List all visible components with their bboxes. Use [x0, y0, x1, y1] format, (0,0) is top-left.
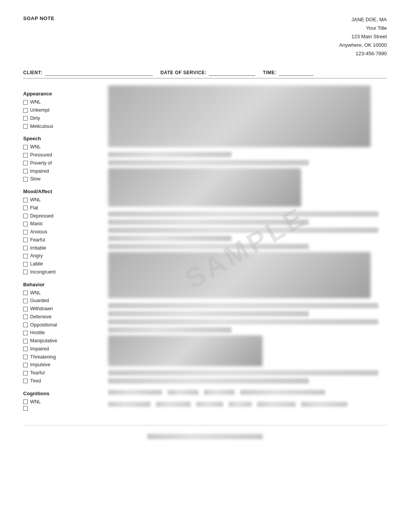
checkbox-fearful[interactable]: [23, 238, 28, 242]
section-title-mood: Mood/Affect: [23, 189, 100, 194]
checkbox-wnl-mood[interactable]: [23, 198, 28, 202]
blurred-line-2: [108, 160, 309, 165]
cognitions-list: WNL: [23, 398, 100, 411]
section-title-speech: Speech: [23, 136, 100, 141]
client-row: CLIENT: DATE OF SERVICE: TIME:: [23, 70, 387, 78]
list-item: Manic: [23, 220, 100, 228]
list-item: Unkempt: [23, 106, 100, 114]
checkbox-tired[interactable]: [23, 379, 28, 383]
checkbox-wnl-behavior[interactable]: [23, 291, 28, 295]
checkbox-angry[interactable]: [23, 254, 28, 258]
header: SOAP NOTE JANE DOE, MA Your Title 123 Ma…: [23, 15, 387, 58]
checkbox-flat[interactable]: [23, 206, 28, 210]
blurred-line-10: [108, 319, 378, 325]
checkbox-impulsive[interactable]: [23, 363, 28, 367]
list-item: Slow: [23, 175, 100, 183]
checkbox-tearful[interactable]: [23, 371, 28, 376]
list-item: Pressured: [23, 151, 100, 159]
list-item: Impaired: [23, 167, 100, 175]
blurred-line-9: [108, 311, 309, 316]
checkbox-incongruent[interactable]: [23, 270, 28, 274]
blurred-line-5: [108, 228, 378, 233]
checkbox-labile[interactable]: [23, 262, 28, 267]
time-input[interactable]: [279, 70, 313, 76]
checkbox-manic[interactable]: [23, 222, 28, 226]
checkbox-defensive[interactable]: [23, 314, 28, 319]
time-label: TIME:: [263, 70, 276, 75]
provider-name: JANE DOE, MA: [339, 15, 387, 24]
date-input[interactable]: [209, 70, 255, 76]
right-content: SAMPLE: [104, 85, 387, 410]
blurred-footer-field-10: [301, 402, 347, 407]
checkbox-impaired-speech[interactable]: [23, 169, 28, 173]
blurred-footer-field-5: [108, 402, 151, 407]
blurred-line-13: [108, 378, 309, 384]
list-item: Anxious: [23, 228, 100, 236]
behavior-list: WNL Guarded Withdrawn Defensive Oppositi…: [23, 289, 100, 385]
list-item: [23, 406, 100, 411]
client-label: CLIENT:: [23, 70, 42, 75]
list-item: Tearful: [23, 369, 100, 377]
list-item: WNL: [23, 398, 100, 406]
checkbox-poverty-of[interactable]: [23, 161, 28, 165]
list-item: WNL: [23, 98, 100, 106]
list-item: Dirty: [23, 114, 100, 122]
blurred-image-1: [108, 85, 371, 147]
checkbox-oppositional[interactable]: [23, 323, 28, 327]
list-item: Poverty of: [23, 159, 100, 167]
checkbox-unkempt[interactable]: [23, 108, 28, 113]
soap-note-label: SOAP NOTE: [23, 15, 54, 21]
checkbox-hostile[interactable]: [23, 331, 28, 335]
blurred-footer-field-2: [168, 390, 198, 395]
speech-list: WNL Pressured Poverty of Impaired Slow: [23, 143, 100, 183]
bottom-blurred-line: [147, 434, 263, 439]
checkbox-meticulous[interactable]: [23, 124, 28, 129]
checkbox-withdrawn[interactable]: [23, 307, 28, 311]
list-item: Guarded: [23, 297, 100, 305]
list-item: WNL: [23, 196, 100, 204]
blurred-footer-field-1: [108, 390, 162, 395]
list-item: WNL: [23, 143, 100, 151]
checkbox-pressured[interactable]: [23, 153, 28, 158]
time-field-group: TIME:: [263, 70, 313, 76]
bottom-area: [23, 425, 387, 439]
blurred-line-1: [108, 152, 232, 157]
provider-info: JANE DOE, MA Your Title 123 Main Street …: [339, 15, 387, 58]
section-title-cognitions: Cognitions: [23, 391, 100, 396]
blurred-image-2: [108, 168, 301, 207]
blurred-footer-field-9: [257, 402, 296, 407]
checkbox-wnl-cognitions[interactable]: [23, 399, 28, 404]
main-content: Appearance WNL Unkempt Dirty Meticulous …: [23, 85, 387, 413]
provider-address: 123 Main Street: [339, 32, 387, 41]
appearance-list: WNL Unkempt Dirty Meticulous: [23, 98, 100, 130]
blurred-footer-field-8: [229, 402, 252, 407]
client-input[interactable]: [45, 70, 153, 76]
section-title-appearance: Appearance: [23, 91, 100, 97]
blurred-line-6: [108, 236, 232, 241]
checkbox-slow[interactable]: [23, 177, 28, 182]
checkbox-wnl-speech[interactable]: [23, 145, 28, 150]
checkbox-irritable[interactable]: [23, 246, 28, 250]
blurred-footer-row-1: [108, 390, 387, 398]
list-item: Angry: [23, 252, 100, 260]
list-item: WNL: [23, 289, 100, 297]
list-item: Withdrawn: [23, 305, 100, 313]
checkbox-depressed[interactable]: [23, 214, 28, 218]
list-item: Flat: [23, 204, 100, 212]
blurred-line-11: [108, 327, 232, 333]
checkbox-impaired-behavior[interactable]: [23, 347, 28, 351]
checkbox-dirty[interactable]: [23, 116, 28, 121]
checkbox-manipulative[interactable]: [23, 339, 28, 343]
list-item: Irritable: [23, 244, 100, 252]
checkbox-threatening[interactable]: [23, 355, 28, 359]
checkbox-guarded[interactable]: [23, 299, 28, 303]
checkbox-cognitions-blank[interactable]: [23, 406, 28, 411]
blurred-footer-field-6: [156, 402, 191, 407]
checkbox-wnl-appearance[interactable]: [23, 100, 28, 105]
list-item: Meticulous: [23, 122, 100, 131]
provider-phone: 123-456-7890: [339, 49, 387, 58]
list-item: Oppositional: [23, 321, 100, 329]
checkbox-anxious[interactable]: [23, 230, 28, 235]
blurred-line-8: [108, 303, 378, 308]
list-item: Impulsive: [23, 361, 100, 369]
